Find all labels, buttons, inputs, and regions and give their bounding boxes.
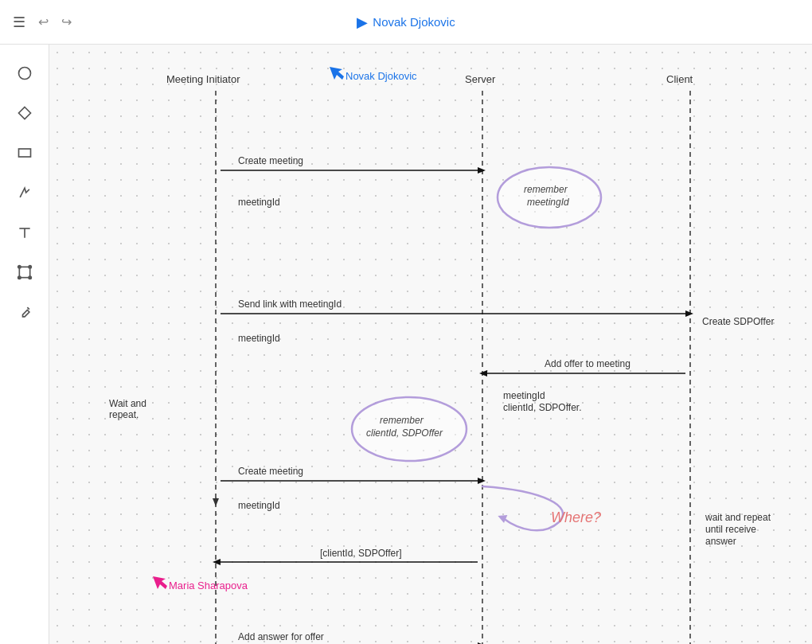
arrowhead-create-meeting-1 — [478, 167, 486, 174]
svg-point-8 — [18, 276, 20, 279]
bubble-text-clientid-2: clientId, SDPOffer — [366, 427, 443, 439]
note-wait-repeat-2c: answer — [705, 536, 736, 547]
cursor-maria-arrow — [153, 576, 167, 589]
toolbar-center: ▶ Novak Djokovic — [357, 14, 455, 31]
lane-label-meeting-initiator: Meeting Initiator — [166, 73, 240, 85]
arrowhead-create-meeting-2 — [478, 478, 486, 484]
canvas[interactable]: Meeting Initiator Server Client Create m… — [49, 45, 812, 644]
note-wait-repeat-2b: until receive — [705, 524, 756, 535]
svg-marker-1 — [18, 107, 30, 119]
label-meetingid-2: meetingId — [238, 333, 280, 344]
note-wait-repeat-1b: repeat. — [109, 409, 139, 420]
diagram-svg: Meeting Initiator Server Client Create m… — [49, 45, 812, 644]
arrowhead-send-link — [685, 310, 693, 317]
arrow-tool[interactable] — [12, 180, 37, 205]
cursor-maria-name: Maria Sharapova — [169, 580, 248, 591]
label-add-answer: Add answer for offer — [238, 631, 324, 642]
toolbox — [0, 45, 49, 644]
lane-label-client: Client — [666, 73, 693, 85]
transform-tool[interactable] — [12, 260, 37, 285]
text-tool[interactable] — [12, 220, 37, 245]
svg-point-7 — [29, 266, 31, 268]
rectangle-tool[interactable] — [12, 140, 37, 166]
cursor-icon-header: ▶ — [357, 14, 368, 31]
toolbar-left: ☰ ↩ ↪ — [13, 14, 72, 31]
bubble-text-clientid-1: remember — [380, 415, 424, 426]
svg-point-6 — [18, 266, 20, 268]
cursor-novak-name: Novak Djokovic — [345, 70, 417, 82]
note-wait-repeat-2a: wait and repeat — [705, 512, 771, 523]
label-meetingid-clientid-1: meetingId — [503, 390, 545, 401]
label-clientid-sdpoffer: [clientId, SDPOffer] — [320, 548, 402, 559]
note-wait-repeat-1: Wait and — [109, 398, 146, 409]
svg-line-10 — [27, 307, 29, 310]
undo-icon[interactable]: ↩ — [38, 14, 49, 29]
note-create-sdp: Create SDPOffer — [702, 316, 774, 327]
bubble-text-remember-2: meetingId — [527, 197, 569, 208]
svg-point-0 — [18, 68, 30, 80]
toolbar: ☰ ↩ ↪ ▶ Novak Djokovic — [0, 0, 812, 45]
arrowhead-clientid-sdpoffer — [213, 559, 221, 565]
hamburger-icon[interactable]: ☰ — [13, 14, 25, 31]
label-meetingid-1: meetingId — [238, 197, 280, 208]
pen-tool[interactable] — [12, 299, 37, 325]
label-meetingid-clientid-2: clientId, SDPOffer. — [503, 402, 582, 413]
diamond-tool[interactable] — [12, 100, 37, 126]
redo-icon[interactable]: ↪ — [61, 14, 72, 29]
curved-arrowhead — [498, 514, 509, 524]
label-send-link: Send link with meetingId — [238, 299, 342, 310]
cursor-novak-arrow — [330, 67, 344, 80]
label-create-meeting-1: Create meeting — [238, 155, 303, 166]
circle-tool[interactable] — [12, 60, 37, 86]
label-meetingid-3: meetingId — [238, 500, 280, 511]
svg-point-9 — [29, 276, 31, 279]
arrowhead-add-offer — [479, 370, 487, 377]
document-title: Novak Djokovic — [373, 15, 455, 29]
lane-label-server: Server — [465, 73, 496, 85]
down-arrow-meeting-initiator — [213, 498, 219, 506]
label-add-offer: Add offer to meeting — [545, 358, 630, 369]
where-text: Where? — [551, 509, 601, 525]
svg-rect-5 — [19, 267, 29, 277]
bubble-text-remember-1: remember — [524, 184, 568, 195]
svg-rect-2 — [18, 149, 30, 157]
label-create-meeting-2: Create meeting — [238, 466, 303, 477]
